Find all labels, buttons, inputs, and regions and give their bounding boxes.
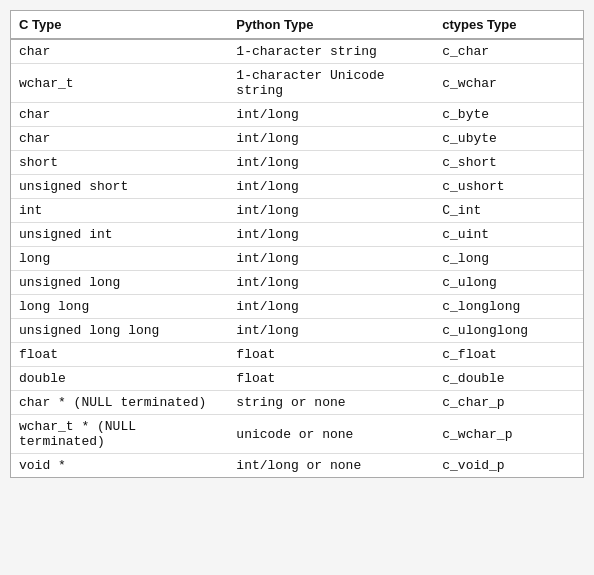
cell-ctypes: c_wchar_p bbox=[434, 415, 583, 454]
table-header-row: C Type Python Type ctypes Type bbox=[11, 11, 583, 39]
table-row: wchar_t1-character Unicode stringc_wchar bbox=[11, 64, 583, 103]
cell-ctypes: C_int bbox=[434, 199, 583, 223]
table-row: charint/longc_byte bbox=[11, 103, 583, 127]
cell-ctype: long long bbox=[11, 295, 228, 319]
cell-python: int/long bbox=[228, 151, 434, 175]
table-row: intint/longC_int bbox=[11, 199, 583, 223]
cell-ctypes: c_byte bbox=[434, 103, 583, 127]
cell-python: int/long bbox=[228, 247, 434, 271]
cell-python: int/long bbox=[228, 199, 434, 223]
table-row: char1-character stringc_char bbox=[11, 39, 583, 64]
cell-ctype: unsigned long bbox=[11, 271, 228, 295]
cell-ctype: void * bbox=[11, 454, 228, 478]
cell-ctype: unsigned short bbox=[11, 175, 228, 199]
cell-python: float bbox=[228, 367, 434, 391]
cell-python: 1-character string bbox=[228, 39, 434, 64]
table-row: unsigned long longint/longc_ulonglong bbox=[11, 319, 583, 343]
table-row: unsigned shortint/longc_ushort bbox=[11, 175, 583, 199]
cell-ctypes: c_void_p bbox=[434, 454, 583, 478]
table-row: void *int/long or nonec_void_p bbox=[11, 454, 583, 478]
cell-ctype: char bbox=[11, 39, 228, 64]
cell-ctypes: c_char bbox=[434, 39, 583, 64]
cell-python: int/long bbox=[228, 223, 434, 247]
cell-ctypes: c_uint bbox=[434, 223, 583, 247]
cell-ctype: double bbox=[11, 367, 228, 391]
cell-ctypes: c_ubyte bbox=[434, 127, 583, 151]
table-row: floatfloatc_float bbox=[11, 343, 583, 367]
cell-ctypes: c_char_p bbox=[434, 391, 583, 415]
cell-ctypes: c_double bbox=[434, 367, 583, 391]
header-python: Python Type bbox=[228, 11, 434, 39]
header-ctype: C Type bbox=[11, 11, 228, 39]
cell-ctype: float bbox=[11, 343, 228, 367]
cell-ctype: long bbox=[11, 247, 228, 271]
cell-ctypes: c_wchar bbox=[434, 64, 583, 103]
cell-python: int/long bbox=[228, 271, 434, 295]
table-row: longint/longc_long bbox=[11, 247, 583, 271]
table-row: wchar_t * (NULL terminated)unicode or no… bbox=[11, 415, 583, 454]
table-row: unsigned longint/longc_ulong bbox=[11, 271, 583, 295]
cell-python: int/long bbox=[228, 175, 434, 199]
table-row: char * (NULL terminated)string or nonec_… bbox=[11, 391, 583, 415]
cell-ctype: short bbox=[11, 151, 228, 175]
cell-ctypes: c_ulong bbox=[434, 271, 583, 295]
cell-python: int/long bbox=[228, 319, 434, 343]
cell-ctypes: c_ushort bbox=[434, 175, 583, 199]
table-row: doublefloatc_double bbox=[11, 367, 583, 391]
cell-ctypes: c_float bbox=[434, 343, 583, 367]
cell-python: int/long bbox=[228, 103, 434, 127]
type-mapping-table: C Type Python Type ctypes Type char1-cha… bbox=[10, 10, 584, 478]
cell-ctype: char bbox=[11, 127, 228, 151]
cell-ctype: unsigned int bbox=[11, 223, 228, 247]
table-row: shortint/longc_short bbox=[11, 151, 583, 175]
cell-ctype: wchar_t * (NULL terminated) bbox=[11, 415, 228, 454]
cell-python: int/long bbox=[228, 295, 434, 319]
table-row: unsigned intint/longc_uint bbox=[11, 223, 583, 247]
cell-python: unicode or none bbox=[228, 415, 434, 454]
cell-ctypes: c_longlong bbox=[434, 295, 583, 319]
cell-ctypes: c_long bbox=[434, 247, 583, 271]
cell-python: string or none bbox=[228, 391, 434, 415]
table-row: long longint/longc_longlong bbox=[11, 295, 583, 319]
cell-ctype: char bbox=[11, 103, 228, 127]
cell-python: float bbox=[228, 343, 434, 367]
cell-ctypes: c_short bbox=[434, 151, 583, 175]
table-row: charint/longc_ubyte bbox=[11, 127, 583, 151]
cell-ctype: unsigned long long bbox=[11, 319, 228, 343]
cell-python: int/long or none bbox=[228, 454, 434, 478]
cell-ctype: char * (NULL terminated) bbox=[11, 391, 228, 415]
cell-ctype: wchar_t bbox=[11, 64, 228, 103]
cell-ctype: int bbox=[11, 199, 228, 223]
header-ctypes: ctypes Type bbox=[434, 11, 583, 39]
cell-python: int/long bbox=[228, 127, 434, 151]
cell-python: 1-character Unicode string bbox=[228, 64, 434, 103]
cell-ctypes: c_ulonglong bbox=[434, 319, 583, 343]
